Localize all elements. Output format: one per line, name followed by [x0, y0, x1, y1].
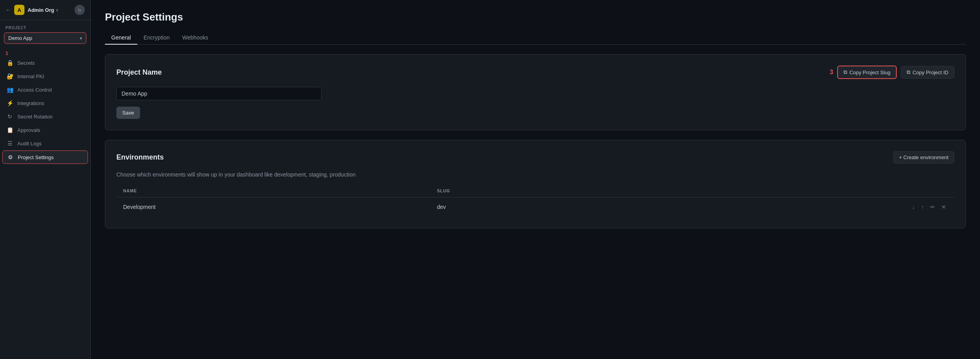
table-row: Development dev ↓ ↑ ✏ ✕: [117, 197, 954, 217]
sidebar-item-project-settings[interactable]: ⚙ Project Settings 2: [2, 150, 88, 164]
integrations-icon: ⚡: [6, 100, 13, 106]
save-button[interactable]: Save: [116, 107, 140, 119]
environments-title: Environments: [116, 153, 164, 162]
col-header-actions: [609, 184, 954, 197]
sidebar-item-secrets[interactable]: 🔒 Secrets: [2, 56, 88, 69]
environments-section: Environments + Create environment Choose…: [105, 140, 966, 228]
pki-icon: 🔐: [6, 73, 13, 79]
sidebar-item-access-control[interactable]: 👥 Access Control: [2, 83, 88, 96]
sidebar-item-approvals[interactable]: 📋 Approvals: [2, 124, 88, 136]
env-name-cell: Development: [117, 197, 431, 217]
move-down-button[interactable]: ↓: [911, 203, 916, 211]
section-header-right: 3 ⧉ Copy Project Slug ⧉ Copy Project ID: [830, 66, 954, 79]
project-selector[interactable]: Demo App ▾: [4, 32, 86, 44]
project-name-section: Project Name 3 ⧉ Copy Project Slug ⧉ Cop…: [105, 54, 966, 130]
sidebar-item-label: Secret Rotation: [17, 114, 53, 120]
sidebar-header-left: ← A Admin Org ∨: [6, 5, 58, 15]
sidebar-item-label: Audit Logs: [17, 141, 41, 147]
environments-description: Choose which environments will show up i…: [116, 171, 954, 178]
annotation-3: 3: [830, 69, 833, 76]
section-header-environments: Environments + Create environment: [116, 151, 954, 164]
sidebar-item-label: Access Control: [17, 87, 52, 93]
tab-encryption[interactable]: Encryption: [137, 31, 176, 45]
project-name-input[interactable]: [116, 87, 322, 100]
page-title: Project Settings: [105, 11, 966, 23]
move-up-button[interactable]: ↑: [920, 203, 926, 211]
lock-icon: 🔒: [6, 60, 13, 66]
copy-project-slug-button[interactable]: ⧉ Copy Project Slug: [837, 66, 897, 79]
tab-webhooks[interactable]: Webhooks: [176, 31, 215, 45]
copy-icon: ⧉: [843, 69, 847, 75]
rotation-icon: ↻: [6, 113, 13, 120]
back-button[interactable]: ←: [6, 7, 11, 13]
nav-menu: 🔒 Secrets 🔐 Internal PKI 👥 Access Contro…: [0, 56, 90, 164]
sidebar-item-secret-rotation[interactable]: ↻ Secret Rotation: [2, 110, 88, 123]
env-slug-cell: dev: [431, 197, 609, 217]
edit-button[interactable]: ✏: [929, 203, 937, 211]
org-avatar: A: [14, 5, 24, 15]
row-actions: ↓ ↑ ✏ ✕: [615, 203, 948, 211]
main-content: Project Settings General Encryption Webh…: [91, 0, 980, 359]
sidebar-item-label: Secrets: [17, 60, 35, 66]
project-label: PROJECT: [0, 20, 90, 32]
sidebar-header: ← A Admin Org ∨ ly: [0, 0, 90, 20]
create-environment-button[interactable]: + Create environment: [893, 151, 954, 164]
settings-icon: ⚙: [7, 154, 14, 160]
sidebar-item-label: Project Settings: [18, 154, 54, 160]
tab-general[interactable]: General: [105, 31, 137, 45]
tabs-bar: General Encryption Webhooks: [105, 31, 966, 45]
section-header-project-name: Project Name 3 ⧉ Copy Project Slug ⧉ Cop…: [116, 66, 954, 79]
approvals-icon: 📋: [6, 127, 13, 133]
user-avatar[interactable]: ly: [75, 5, 85, 15]
org-name[interactable]: Admin Org ∨: [28, 7, 58, 13]
copy-project-id-button[interactable]: ⧉ Copy Project ID: [901, 66, 954, 79]
sidebar-item-audit-logs[interactable]: ☰ Audit Logs: [2, 137, 88, 150]
audit-logs-icon: ☰: [6, 140, 13, 147]
sidebar-item-internal-pki[interactable]: 🔐 Internal PKI: [2, 70, 88, 83]
sidebar-item-label: Internal PKI: [17, 73, 44, 79]
sidebar-item-label: Integrations: [17, 100, 44, 106]
col-header-slug: SLUG: [431, 184, 609, 197]
environments-table: NAME SLUG Development dev ↓ ↑ ✏ ✕: [116, 184, 954, 217]
people-icon: 👥: [6, 86, 13, 93]
delete-button[interactable]: ✕: [940, 203, 948, 211]
project-name: Demo App: [8, 35, 32, 41]
env-actions-cell: ↓ ↑ ✏ ✕: [609, 197, 954, 217]
sidebar: ← A Admin Org ∨ ly PROJECT Demo App ▾ 1 …: [0, 0, 91, 359]
project-name-title: Project Name: [116, 68, 162, 77]
sidebar-item-label: Approvals: [17, 127, 40, 133]
col-header-name: NAME: [117, 184, 431, 197]
project-dropdown-arrow: ▾: [80, 36, 82, 41]
copy-id-icon: ⧉: [907, 69, 910, 75]
sidebar-item-integrations[interactable]: ⚡ Integrations: [2, 97, 88, 109]
